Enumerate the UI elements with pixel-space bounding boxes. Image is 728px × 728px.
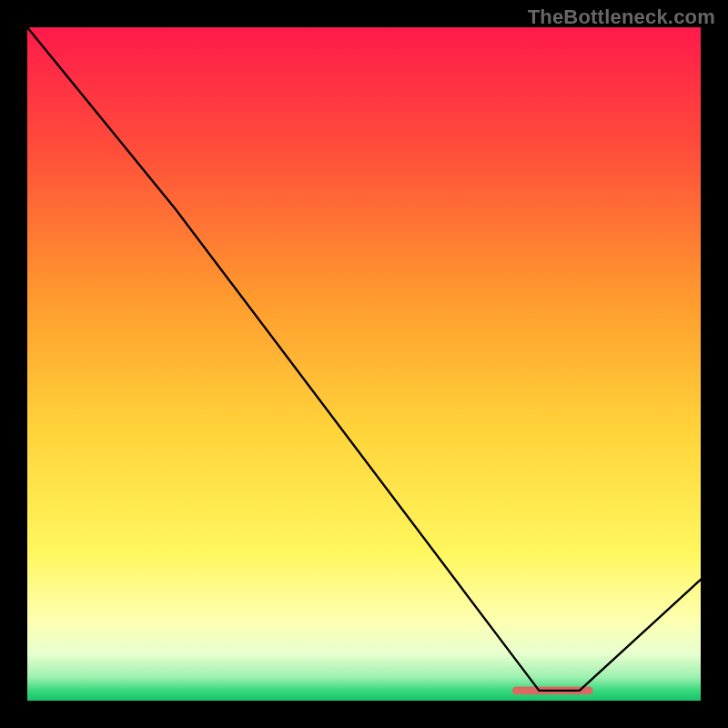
- watermark-text: TheBottleneck.com: [528, 5, 715, 29]
- gradient-background: [27, 27, 701, 701]
- plot-area: [27, 27, 701, 701]
- chart-frame: TheBottleneck.com: [0, 0, 728, 728]
- chart-svg: [27, 27, 701, 701]
